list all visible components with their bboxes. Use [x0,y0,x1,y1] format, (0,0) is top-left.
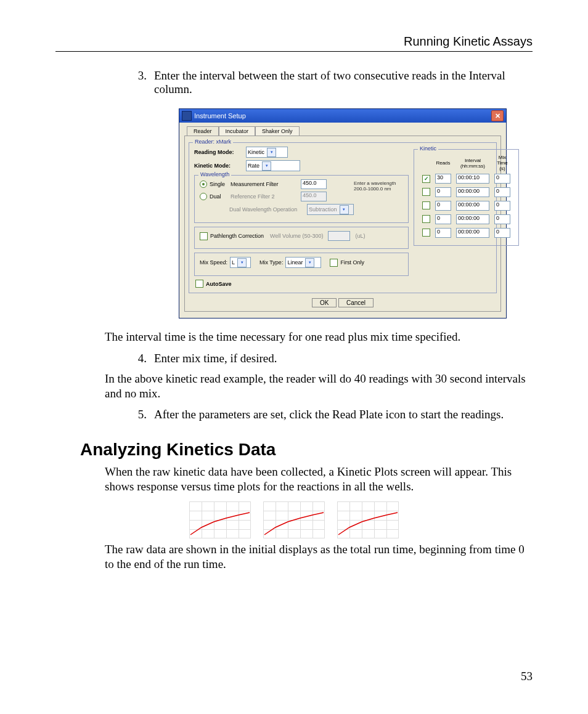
mixspeed-label: Mix Speed: [200,259,227,266]
step-text: Enter mix time, if desired. [154,352,533,365]
reading-mode-value: Kinetic [248,149,264,155]
dual-radio[interactable] [200,193,207,200]
col-interval: Interval (hh:mm:ss) [454,155,491,171]
kinetic-table: Reads Interval (hh:mm:ss) Mix Time (s) 3… [419,153,513,240]
chevron-down-icon: ▾ [340,205,349,214]
step-4: 4. Enter mix time, if desired. [123,352,533,365]
ref-filter-label: Reference Filter 2 [231,193,298,200]
row-enable-check[interactable] [422,215,430,223]
dual-op-combo: Subtraction▾ [307,204,354,215]
kinetic-row: 000:00:000 [420,213,512,225]
step-5: 5. After the parameters are set, click t… [123,408,533,421]
para-interval: The interval time is the time necessary … [105,330,533,344]
interval-input[interactable]: 00:00:00 [456,201,489,211]
tab-incubator[interactable]: Incubator [219,126,256,136]
plot-thumb [189,501,251,538]
dual-op-value: Subtraction [309,206,337,213]
kinetic-mode-combo[interactable]: Rate▾ [246,160,300,171]
step-num: 4. [123,352,154,365]
pathlength-label: Pathlength Correction [210,233,264,239]
chevron-down-icon: ▾ [305,258,314,267]
firstonly-label: First Only [340,259,364,266]
interval-input[interactable]: 00:00:00 [456,214,489,224]
single-radio[interactable] [200,181,207,188]
app-icon [182,111,192,121]
page-number: 53 [521,670,533,683]
reads-input[interactable]: 30 [435,174,451,184]
wl-note1: Enter a wavelength [354,181,403,186]
step-3: 3. Enter the interval between the start … [123,69,533,96]
tab-shaker[interactable]: Shaker Only [255,126,300,136]
kinetic-mode-value: Rate [248,163,259,169]
mixtime-input[interactable]: 0 [494,201,510,211]
ok-button[interactable]: OK [312,298,337,307]
mixtype-label: Mix Type: [259,259,283,266]
well-volume-label: Well Volume (50-300) [270,233,323,239]
mixspeed-combo[interactable]: L▾ [230,257,251,268]
chevron-down-icon: ▾ [267,148,276,157]
kinetic-row: 3000:00:100 [420,172,512,185]
wl-note2: 200.0-1000.0 nm [354,186,403,192]
wavelength-legend: Wavelength [198,171,231,177]
reader-legend: Reader: xMark [193,139,233,145]
step-text: After the parameters are set, click the … [154,408,533,421]
close-icon[interactable]: ✕ [491,110,504,121]
plot-thumb [263,501,325,538]
dual-op-label: Dual Wavelength Operation [229,206,304,213]
chevron-down-icon: ▾ [262,161,271,171]
meas-filter-input[interactable]: 450.0 [301,179,327,189]
mixtime-input[interactable]: 0 [494,214,510,224]
kinetic-row: 000:00:000 [420,186,512,198]
dual-label: Dual [210,193,228,200]
col-reads: Reads [433,155,453,171]
para-raw2: The raw data are shown in the initial di… [105,542,533,572]
para-example: In the above kinetic read example, the r… [105,371,533,401]
mixtype-value: Linear [287,259,303,266]
col-mix: Mix Time (s) [492,155,512,171]
mixtime-input[interactable]: 0 [494,228,510,238]
para-raw1: When the raw kinetic data have been coll… [105,465,533,494]
well-volume-input [328,231,350,241]
reading-mode-combo[interactable]: Kinetic▾ [246,147,288,158]
row-enable-check[interactable] [422,229,430,237]
titlebar: Instrument Setup ✕ [179,109,506,123]
kinetic-row: 000:00:000 [420,200,512,212]
dialog-screenshot: Instrument Setup ✕ Reader Incubator Shak… [179,108,533,318]
tab-reader[interactable]: Reader [187,126,219,136]
interval-input[interactable]: 00:00:10 [456,174,489,184]
interval-input[interactable]: 00:00:00 [456,228,489,238]
firstonly-check[interactable] [330,259,338,267]
mixtype-combo[interactable]: Linear▾ [285,257,321,268]
cancel-button[interactable]: Cancel [338,298,374,307]
chevron-down-icon: ▾ [237,258,247,267]
reads-input[interactable]: 0 [435,228,451,238]
row-enable-check[interactable] [422,188,430,196]
running-head: Running Kinetic Assays [55,34,533,52]
kinetic-legend: Kinetic [418,145,438,152]
step-text: Enter the interval between the start of … [154,69,533,96]
plot-thumb [337,501,399,538]
mixtime-input[interactable]: 0 [494,187,510,197]
pathlength-check[interactable] [200,232,208,240]
reads-input[interactable]: 0 [435,214,451,224]
reads-input[interactable]: 0 [435,187,451,197]
mixspeed-value: L [232,259,235,266]
kinetic-plots [55,501,533,538]
step-num: 5. [123,408,154,421]
window-title: Instrument Setup [194,112,246,120]
meas-filter-label: Measurement Filter [231,181,298,187]
single-label: Single [210,181,228,187]
mixtime-input[interactable]: 0 [494,174,510,184]
reading-mode-label: Reading Mode: [194,149,243,155]
interval-input[interactable]: 00:00:00 [456,187,489,197]
kinetic-row: 000:00:000 [420,227,512,239]
autosave-check[interactable] [195,280,203,288]
heading-analyzing: Analyzing Kinetics Data [80,440,533,460]
row-enable-check[interactable] [422,201,430,209]
reads-input[interactable]: 0 [435,201,451,211]
row-enable-check[interactable] [422,175,430,183]
ref-filter-input: 450.0 [301,192,327,201]
step-num: 3. [123,69,154,96]
kinetic-mode-label: Kinetic Mode: [194,163,243,169]
autosave-label: AutoSave [206,281,232,287]
